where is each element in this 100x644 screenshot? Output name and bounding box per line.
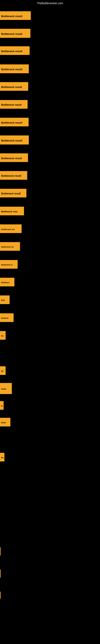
bottleneck-badge: Bottleneck resu <box>0 207 24 215</box>
bottleneck-badge: Botte <box>0 418 10 426</box>
bottleneck-badge: Bottleneck result <box>0 11 31 20</box>
bottleneck-badge: Bottleneck result <box>0 153 28 162</box>
vertical-bar <box>0 548 0 556</box>
bottleneck-badge: Bottle <box>0 383 12 394</box>
bottleneck-badge: Bottleneck result <box>0 82 28 91</box>
bottleneck-badge: Bottleneck result <box>0 29 30 38</box>
site-title: TheBottlenecker.com <box>0 2 100 5</box>
bottleneck-badge: Bottleneck result <box>0 46 30 55</box>
bottleneck-badge: Bottleneck result <box>0 189 26 198</box>
bottleneck-badge: Bottlene <box>0 313 14 322</box>
bottleneck-badge: Bo <box>0 366 6 375</box>
bottleneck-badge: Bottleneck result <box>0 100 28 109</box>
bottleneck-badge: Bott <box>0 296 10 304</box>
bottleneck-badge: Bottleneck res <box>0 224 22 233</box>
bottleneck-badge: Bottleneck re <box>0 260 18 269</box>
vertical-bar <box>0 570 0 578</box>
bottleneck-badge: Bottleneck result <box>0 118 29 126</box>
bottleneck-badge: Bottlenec <box>0 278 14 286</box>
bottleneck-badge: Bo <box>0 453 4 462</box>
bottleneck-badge: Bo <box>0 331 6 340</box>
bottleneck-badge: Bottleneck result <box>0 64 29 73</box>
bottleneck-badge: Bottleneck res <box>0 242 20 251</box>
bottleneck-badge: B <box>0 401 3 410</box>
bottleneck-badge: Bottleneck result <box>0 136 29 144</box>
bottleneck-badge: Bottleneck result <box>0 171 27 180</box>
vertical-bar <box>0 592 0 599</box>
